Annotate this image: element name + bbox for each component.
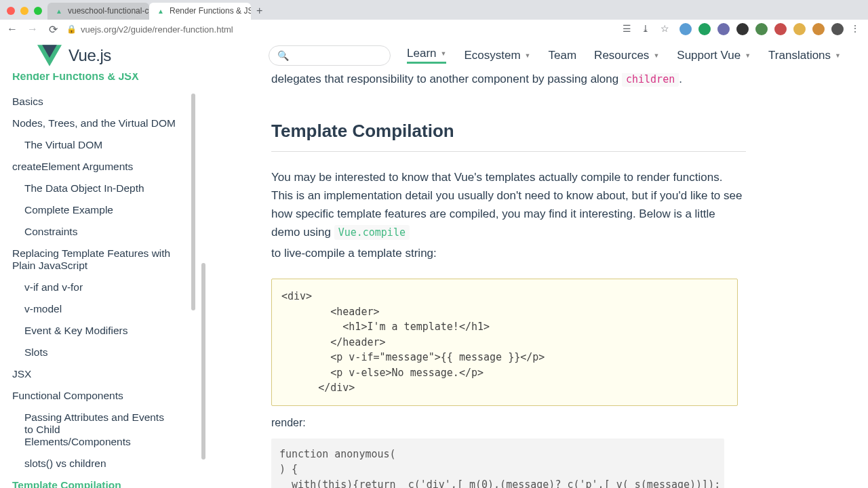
paragraph-trailing: delegates that responsibility to another…: [271, 73, 834, 88]
render-output-box: function anonymous( ) { with(this){retur…: [271, 439, 724, 488]
paragraph: to live-compile a template string:: [271, 244, 746, 262]
site-logo[interactable]: Vue.js: [37, 43, 111, 68]
extension-icon[interactable]: [793, 23, 806, 35]
sidebar-item[interactable]: Slots: [12, 342, 197, 363]
chevron-down-icon: ▼: [745, 52, 751, 59]
main-layout: Render Functions & JSX Basics Nodes, Tre…: [0, 73, 868, 488]
template-input-box[interactable]: <div> <header> <h1>I'm a template!</h1> …: [271, 279, 738, 406]
downloads-icon[interactable]: ⤓: [642, 23, 654, 35]
extension-icon[interactable]: [774, 23, 787, 35]
extension-icon[interactable]: [755, 23, 768, 35]
nav-support[interactable]: Support Vue▼: [677, 49, 751, 62]
scrollbar[interactable]: [191, 94, 195, 310]
tab-title: Render Functions & JSX — Vu: [170, 6, 251, 16]
tab-title: vueschool-functional-compon: [68, 6, 149, 16]
profile-avatar-icon[interactable]: [831, 23, 844, 35]
favicon-icon: ▲: [54, 6, 64, 16]
sidebar-item[interactable]: createElement Arguments: [12, 156, 197, 178]
sidebar-item[interactable]: slots() vs children: [12, 453, 197, 474]
browser-toolbar: ← → ⟳ 🔒 vuejs.org/v2/guide/render-functi…: [0, 20, 868, 39]
site-header: Vue.js 🔍 Learn▼ Ecosystem▼ Team Resource…: [0, 38, 868, 73]
lock-icon: 🔒: [66, 24, 77, 34]
sidebar-item[interactable]: v-if and v-for: [12, 277, 197, 298]
chevron-down-icon: ▼: [525, 52, 531, 59]
sidebar-item[interactable]: Passing Attributes and Events to Child E…: [12, 407, 168, 453]
extension-icon[interactable]: [812, 23, 825, 35]
article-content: delegates that responsibility to another…: [197, 73, 868, 488]
extension-icon[interactable]: [736, 23, 749, 35]
sidebar-nav[interactable]: Render Functions & JSX Basics Nodes, Tre…: [0, 73, 197, 488]
address-bar[interactable]: 🔒 vuejs.org/v2/guide/render-function.htm…: [66, 24, 616, 35]
sidebar-item[interactable]: Event & Key Modifiers: [12, 320, 197, 342]
extension-icon[interactable]: [717, 23, 730, 35]
sidebar-item[interactable]: Basics: [12, 91, 197, 113]
browser-tab-vueschool[interactable]: ▲ vueschool-functional-compon ×: [47, 3, 149, 20]
forward-button: →: [26, 23, 39, 35]
chevron-down-icon: ▼: [835, 52, 841, 59]
nav-translations[interactable]: Translations▼: [768, 49, 841, 62]
inline-code: children: [622, 73, 679, 87]
paragraph: You may be interested to know that Vue's…: [271, 168, 746, 242]
bookmark-icon[interactable]: ☆: [660, 23, 673, 35]
extension-icons: ☰ ⤓ ☆ ⋮: [623, 23, 863, 35]
render-label: render:: [271, 417, 834, 429]
sidebar-item[interactable]: Constraints: [12, 221, 197, 243]
notes-icon[interactable]: ☰: [623, 23, 635, 35]
section-heading: Template Compilation: [271, 121, 834, 142]
new-tab-button[interactable]: +: [251, 2, 268, 20]
nav-learn[interactable]: Learn▼: [407, 47, 446, 64]
browser-tab-vuejs[interactable]: ▲ Render Functions & JSX — Vu ×: [149, 3, 251, 20]
sidebar-item[interactable]: The Virtual DOM: [12, 134, 197, 156]
brand-name: Vue.js: [68, 46, 111, 65]
section-divider: [271, 151, 746, 152]
sidebar-item[interactable]: JSX: [12, 363, 197, 385]
chevron-down-icon: ▼: [653, 52, 659, 59]
reload-button[interactable]: ⟳: [46, 23, 60, 36]
sidebar-item[interactable]: v-model: [12, 298, 197, 320]
extension-icon[interactable]: [698, 23, 711, 35]
search-input[interactable]: 🔍: [269, 45, 391, 66]
url-text: vuejs.org/v2/guide/render-function.html: [81, 24, 233, 35]
nav-resources[interactable]: Resources▼: [594, 49, 659, 62]
close-window-icon[interactable]: [7, 7, 15, 15]
tab-strip: ▲ vueschool-functional-compon × ▲ Render…: [0, 0, 868, 20]
window-controls[interactable]: [7, 7, 42, 15]
sidebar-item[interactable]: The Data Object In-Depth: [12, 178, 197, 199]
maximize-window-icon[interactable]: [34, 7, 42, 15]
menu-icon[interactable]: ⋮: [850, 23, 863, 35]
nav-team[interactable]: Team: [549, 49, 577, 62]
extension-icon[interactable]: [679, 23, 692, 35]
inline-code: Vue.compile: [334, 225, 410, 240]
vue-logo-icon: [37, 43, 62, 68]
search-icon: 🔍: [277, 50, 289, 61]
nav-ecosystem[interactable]: Ecosystem▼: [464, 49, 530, 62]
sidebar-item[interactable]: Complete Example: [12, 199, 197, 221]
sidebar-item[interactable]: Replacing Template Features with Plain J…: [12, 243, 175, 277]
sidebar-title[interactable]: Render Functions & JSX: [12, 73, 197, 83]
favicon-icon: ▲: [156, 6, 165, 16]
sidebar-item[interactable]: Functional Components: [12, 385, 197, 407]
scrollbar[interactable]: [201, 263, 205, 460]
sidebar-item[interactable]: Nodes, Trees, and the Virtual DOM: [12, 113, 197, 134]
minimize-window-icon[interactable]: [20, 7, 28, 15]
back-button[interactable]: ←: [5, 23, 19, 35]
main-nav: Learn▼ Ecosystem▼ Team Resources▼ Suppor…: [407, 47, 841, 64]
browser-chrome: ▲ vueschool-functional-compon × ▲ Render…: [0, 0, 868, 38]
sidebar-item-active[interactable]: Template Compilation: [12, 474, 197, 488]
chevron-down-icon: ▼: [441, 50, 447, 57]
